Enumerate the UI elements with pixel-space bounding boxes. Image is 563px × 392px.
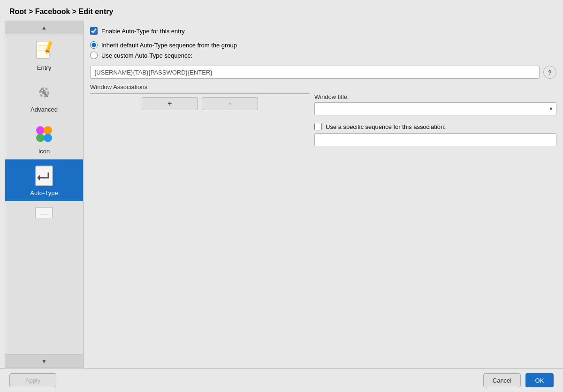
scroll-down-button[interactable]: ▼ [5, 354, 83, 368]
advanced-icon [32, 81, 56, 104]
scroll-up-button[interactable]: ▲ [5, 21, 83, 34]
specific-seq-label: Use a specific sequence for this associa… [326, 123, 446, 130]
svg-rect-19 [36, 207, 53, 218]
assoc-right: Window title: ▼ Use a specific sequence … [314, 93, 556, 363]
window-assoc-section: Window Associations + - Window title: [90, 83, 556, 363]
window-title-label: Window title: [314, 93, 556, 100]
assoc-list [90, 93, 310, 94]
specific-seq-checkbox-row: Use a specific sequence for this associa… [314, 123, 556, 130]
enable-autotype-checkbox[interactable] [90, 27, 98, 35]
inherit-label: Inherit default Auto-Type sequence from … [101, 42, 237, 49]
window-title-select-wrapper: ▼ [314, 102, 556, 115]
entry-icon [32, 39, 56, 62]
sidebar-item-advanced-label: Advanced [30, 106, 58, 113]
page-title: Root > Facebook > Edit entry [9, 8, 554, 16]
sequence-input[interactable] [90, 66, 540, 79]
svg-rect-17 [36, 166, 53, 186]
window-assoc-label: Window Associations [90, 83, 556, 90]
help-button[interactable]: ? [543, 66, 556, 79]
sidebar-item-entry-label: Entry [37, 64, 51, 71]
svg-point-13 [36, 126, 45, 135]
svg-point-15 [36, 134, 45, 142]
specific-seq-group: Use a specific sequence for this associa… [314, 120, 556, 146]
bottom-bar: Apply Cancel OK [0, 368, 563, 392]
sidebar-item-autotype[interactable]: Auto-Type [5, 159, 83, 201]
specific-seq-checkbox[interactable] [314, 123, 322, 130]
window-title-select[interactable] [314, 102, 556, 115]
window-assoc-body: + - Window title: ▼ [90, 93, 556, 363]
inherit-radio-row: Inherit default Auto-Type sequence from … [90, 41, 556, 49]
radio-group: Inherit default Auto-Type sequence from … [90, 41, 556, 59]
custom-radio[interactable] [90, 52, 98, 59]
icon-icon [32, 122, 56, 146]
assoc-buttons: + - [90, 97, 310, 110]
add-assoc-button[interactable]: + [142, 97, 198, 110]
sidebar-item-entry[interactable]: Entry [5, 34, 83, 76]
custom-label: Use custom Auto-Type sequence: [101, 52, 192, 59]
right-buttons: Cancel OK [483, 373, 554, 387]
partial-icon [32, 206, 56, 219]
enable-autotype-label: Enable Auto-Type for this entry [101, 28, 185, 35]
svg-point-16 [44, 134, 52, 142]
window-title-group: Window title: ▼ [314, 93, 556, 115]
sidebar-item-icon-label: Icon [38, 148, 50, 155]
custom-radio-row: Use custom Auto-Type sequence: [90, 52, 556, 59]
autotype-icon [32, 164, 56, 188]
apply-button[interactable]: Apply [9, 373, 56, 387]
cancel-button[interactable]: Cancel [483, 373, 521, 387]
ok-button[interactable]: OK [525, 373, 554, 387]
remove-assoc-button[interactable]: - [202, 97, 258, 110]
sequence-row: ? [90, 66, 556, 79]
sidebar-item-advanced[interactable]: Advanced [5, 76, 83, 118]
specific-seq-input[interactable] [314, 133, 556, 146]
sidebar-items: Entry [5, 34, 83, 354]
sidebar: ▲ [5, 21, 84, 368]
sidebar-item-partial[interactable] [5, 201, 83, 226]
svg-point-14 [44, 126, 52, 135]
enable-autotype-row: Enable Auto-Type for this entry [90, 27, 556, 35]
content-area: Enable Auto-Type for this entry Inherit … [84, 21, 563, 368]
sidebar-item-autotype-label: Auto-Type [30, 189, 58, 196]
sidebar-item-icon[interactable]: Icon [5, 118, 83, 159]
inherit-radio[interactable] [90, 41, 98, 49]
